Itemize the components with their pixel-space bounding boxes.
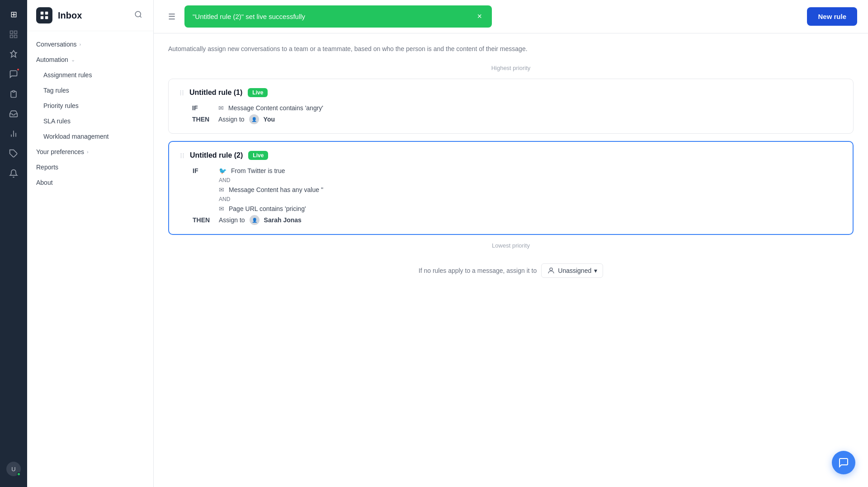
email-icon-3: ✉: [219, 205, 224, 212]
rule-1-header: ⁞⁞ Untitled rule (1) Live: [179, 88, 842, 97]
if-label-2: IF: [193, 167, 214, 174]
sidebar-item-priority-rules[interactable]: Priority rules: [27, 98, 153, 113]
svg-point-12: [135, 11, 141, 17]
sidebar-item-sla-rules[interactable]: SLA rules: [27, 113, 153, 129]
rule-2-target: Sarah Jonas: [264, 216, 302, 224]
sidebar-item-reports[interactable]: Reports: [27, 159, 153, 175]
sidebar-label-reports: Reports: [36, 164, 58, 171]
sidebar-label-conversations: Conversations: [36, 41, 77, 48]
rule-2-condition-2: IF ✉ Message Content has any value '': [193, 186, 842, 193]
inbox-icon[interactable]: [5, 105, 23, 123]
chevron-down-icon: ⌄: [71, 57, 75, 63]
rule-card-2[interactable]: ⁞⁞ Untitled rule (2) Live IF 🐦 From Twit…: [168, 141, 854, 235]
twitter-icon: 🐦: [219, 167, 226, 174]
svg-rect-0: [10, 31, 13, 34]
rule-1-action-text: Assign to: [218, 116, 245, 123]
rule-1-body: IF ✉ Message Content contains 'angry' TH…: [179, 104, 842, 124]
rule-2-title: Untitled rule (2): [190, 151, 243, 159]
sidebar-item-about[interactable]: About: [27, 175, 153, 190]
drag-handle-1[interactable]: ⁞⁞: [179, 89, 184, 97]
sidebar-label-workload: Workload management: [43, 133, 108, 140]
svg-rect-11: [45, 16, 48, 19]
rule-card-1[interactable]: ⁞⁞ Untitled rule (1) Live IF ✉ Message C…: [168, 79, 854, 134]
rule-2-body: IF 🐦 From Twitter is true AND IF ✉ Messa…: [180, 167, 842, 225]
sidebar-label-assignment-rules: Assignment rules: [43, 71, 92, 79]
online-status-dot: [17, 472, 21, 476]
chat-fab-button[interactable]: [832, 451, 855, 474]
rule-2-cond-2-text: Message Content has any value '': [229, 186, 323, 193]
svg-rect-3: [10, 35, 13, 38]
rule-2-action-text: Assign to: [219, 216, 245, 224]
grid-icon[interactable]: ⊞: [5, 5, 23, 23]
sidebar-item-assignment-rules[interactable]: Assignment rules: [27, 67, 153, 83]
sidebar-item-tag-rules[interactable]: Tag rules: [27, 83, 153, 98]
chat-notif-icon[interactable]: [5, 65, 23, 83]
notification-dot: [16, 68, 20, 71]
search-button[interactable]: [132, 9, 144, 23]
rule-2-condition-if: IF 🐦 From Twitter is true: [193, 167, 842, 174]
sidebar-item-workload[interactable]: Workload management: [27, 129, 153, 144]
chevron-right-icon-2: ›: [87, 149, 89, 155]
app-title: Inbox: [58, 10, 82, 21]
avatar-small-2: 👤: [250, 215, 259, 225]
left-icon-strip: ⊞ U: [0, 0, 27, 487]
email-icon-2: ✉: [219, 186, 224, 193]
toast-message: "Untitled rule (2)" set live successfull…: [193, 13, 305, 20]
rule-2-header: ⁞⁞ Untitled rule (2) Live: [180, 151, 842, 160]
rule-1-title: Untitled rule (1): [189, 89, 242, 97]
chevron-right-icon: ›: [80, 42, 81, 47]
sidebar: Inbox Conversations › Automation ⌄ Assig…: [27, 0, 154, 487]
unassigned-dropdown[interactable]: Unassigned ▾: [541, 263, 603, 278]
sidebar-label-preferences: Your preferences: [36, 148, 84, 155]
rule-2-condition-3: IF ✉ Page URL contains 'pricing': [193, 205, 842, 212]
fallback-text: If no rules apply to a message, assign i…: [419, 267, 537, 274]
bar-chart-icon[interactable]: [5, 125, 23, 143]
rule-1-target: You: [264, 116, 275, 123]
new-rule-button[interactable]: New rule: [807, 7, 857, 26]
email-icon-1: ✉: [218, 104, 224, 112]
then-label-2: THEN: [193, 216, 214, 224]
svg-rect-2: [14, 35, 17, 38]
svg-rect-8: [41, 12, 43, 14]
sidebar-nav: Conversations › Automation ⌄ Assignment …: [27, 31, 153, 487]
sidebar-item-automation[interactable]: Automation ⌄: [27, 52, 153, 67]
app-logo: [36, 7, 52, 23]
toast-close-button[interactable]: ×: [475, 12, 484, 21]
sidebar-label-priority-rules: Priority rules: [43, 102, 79, 109]
top-bar: ☰ "Untitled rule (2)" set live successfu…: [154, 0, 868, 33]
avatar[interactable]: U: [6, 462, 21, 476]
chart-icon[interactable]: [5, 25, 23, 43]
menu-button[interactable]: ☰: [165, 10, 179, 23]
rule-1-condition-if: IF ✉ Message Content contains 'angry': [192, 104, 842, 112]
sidebar-label-tag-rules: Tag rules: [43, 87, 69, 94]
if-label: IF: [192, 104, 214, 112]
rule-1-action: THEN Assign to 👤 You: [192, 114, 842, 124]
main-content: ☰ "Untitled rule (2)" set live successfu…: [154, 0, 868, 487]
fallback-row: If no rules apply to a message, assign i…: [168, 256, 854, 285]
connector-and-2: AND: [193, 196, 842, 202]
sidebar-label-sla-rules: SLA rules: [43, 117, 71, 125]
rule-2-cond-3-text: Page URL contains 'pricing': [229, 205, 306, 212]
sidebar-label-about: About: [36, 179, 53, 186]
sidebar-item-conversations[interactable]: Conversations ›: [27, 37, 153, 52]
page-description: Automatically assign new conversations t…: [168, 44, 854, 54]
connector-and-1: AND: [193, 177, 842, 183]
svg-rect-10: [41, 16, 43, 19]
content-area: Automatically assign new conversations t…: [154, 33, 868, 487]
rule-1-status-badge: Live: [248, 88, 268, 97]
svg-rect-1: [14, 31, 17, 34]
drag-handle-2[interactable]: ⁞⁞: [180, 151, 184, 160]
rocket-icon[interactable]: [5, 45, 23, 63]
svg-rect-9: [45, 12, 48, 14]
highest-priority-label: Highest priority: [168, 65, 854, 71]
sidebar-item-preferences[interactable]: Your preferences ›: [27, 144, 153, 159]
sidebar-header: Inbox: [27, 0, 153, 31]
rule-2-cond-1-text: From Twitter is true: [231, 167, 285, 174]
rule-2-status-badge: Live: [248, 151, 268, 160]
avatar-small-1: 👤: [249, 114, 259, 124]
puzzle-icon[interactable]: [5, 145, 23, 163]
clipboard-icon[interactable]: [5, 85, 23, 103]
sidebar-label-automation: Automation: [36, 56, 68, 63]
dropdown-chevron: ▾: [594, 267, 597, 274]
bell-icon[interactable]: [5, 164, 23, 183]
